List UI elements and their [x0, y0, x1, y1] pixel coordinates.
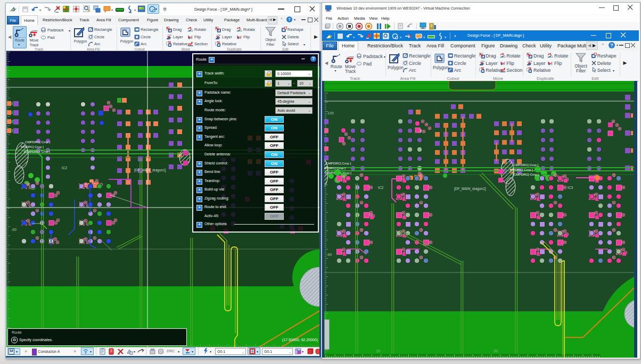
svg-text:[DF_MAIN_dragon1]: [DF_MAIN_dragon1] — [134, 168, 166, 172]
svg-text:[CMPDRC[ Cmp ]: [CMPDRC[ Cmp ] — [513, 172, 539, 176]
svg-text:10: 10 — [376, 349, 380, 353]
svg-text:-90: -90 — [11, 228, 17, 231]
svg-text:IC3: IC3 — [568, 186, 573, 189]
svg-text:CMPDRC[ Cmp ]: CMPDRC[ Cmp ] — [25, 140, 50, 144]
svg-text:20: 20 — [237, 342, 241, 346]
svg-text:(17.50000, 92.20000): (17.50000, 92.20000) — [282, 338, 318, 342]
svg-text:[CMPDRC[ Cmp ]: [CMPDRC[ Cmp ] — [24, 150, 50, 153]
svg-text:[DF_MAIN_dragon1]: [DF_MAIN_dragon1] — [454, 187, 486, 191]
svg-text:IC2: IC2 — [378, 186, 384, 189]
svg-text:MPDRC[ Cmp ]: MPDRC[ Cmp ] — [323, 166, 346, 170]
svg-text:20: 20 — [494, 349, 498, 353]
svg-text:-100: -100 — [326, 111, 334, 115]
svg-text:-90: -90 — [326, 253, 332, 257]
svg-text:MPDRC[ Cmp ]: MPDRC[ Cmp ] — [510, 168, 533, 171]
svg-text:IC2: IC2 — [62, 166, 68, 170]
svg-text:CMPDRC[ Cmp ]: CMPDRC[ Cmp ] — [326, 161, 351, 165]
svg-text:CMPDRC[ Cmp ]: CMPDRC[ Cmp ] — [513, 163, 538, 167]
svg-text:MPDRC[ Cmp ]: MPDRC[ Cmp ] — [21, 145, 44, 148]
